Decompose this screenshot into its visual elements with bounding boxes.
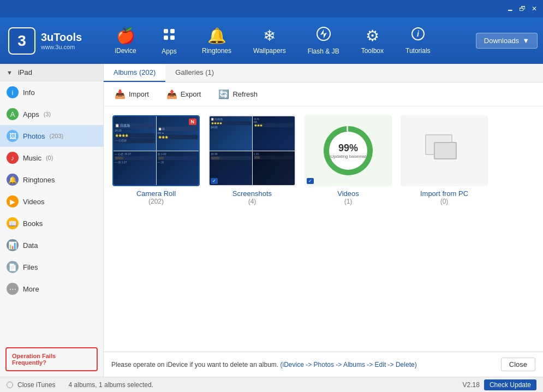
- albums-grid: 📋 日战场 14:20 ⭐⭐⭐⭐ — 心恋游 📋 日 88K ▲ ⭐⭐⭐: [104, 106, 543, 352]
- header: 3 3uTools www.3u.com 🍎 iDevice Apps 🔔 R: [0, 17, 543, 64]
- music-badge: (0): [46, 155, 53, 161]
- photos-sidebar-icon: 🖼: [7, 130, 19, 142]
- ringtones-sidebar-icon: 🔔: [7, 174, 19, 186]
- album-import-pc-name: Import from PC: [401, 189, 488, 198]
- download-arrow-icon: ▼: [522, 37, 529, 45]
- album-videos-name: Videos: [305, 189, 392, 198]
- flash-icon: [316, 26, 331, 45]
- logo-text: 3uTools www.3u.com: [41, 31, 82, 50]
- screenshots-thumb: 📋 日战场 ⭐⭐⭐⭐ 14:22 日 N 88K ⭐⭐⭐ 15:30 ⬛⬛⬛: [210, 116, 295, 185]
- brand-url: www.3u.com: [41, 44, 82, 50]
- collapse-arrow[interactable]: ▼: [7, 69, 13, 76]
- album-videos-count: (1): [305, 198, 392, 205]
- files-sidebar-icon: 📄: [7, 261, 19, 273]
- export-button[interactable]: 📤 Export: [162, 87, 206, 102]
- export-icon: 📤: [166, 89, 177, 99]
- tab-flash[interactable]: Flash & JB: [297, 17, 350, 64]
- album-camera-roll-name: Camera Roll: [112, 189, 200, 198]
- sidebar-item-videos[interactable]: ▶ Videos: [0, 191, 103, 212]
- music-sidebar-icon: ♪: [7, 152, 19, 164]
- content-area: Albums (202) Galleries (1) 📥 Import 📤 Ex…: [104, 64, 543, 377]
- music-label: Music: [23, 154, 41, 162]
- wallpapers-icon: ❄: [263, 27, 276, 45]
- refresh-button[interactable]: 🔄 Refresh: [214, 87, 262, 102]
- ringtones-label: Ringtones: [23, 176, 55, 184]
- brand-name: 3uTools: [41, 31, 82, 44]
- status-left: Close iTunes 4 albums, 1 albums selected…: [7, 381, 153, 389]
- sidebar-item-info[interactable]: i Info: [0, 81, 103, 103]
- svg-rect-2: [164, 35, 168, 40]
- main-layout: ▼ iPad i Info A Apps (3) 🖼 Photos (203) …: [0, 64, 543, 377]
- more-sidebar-icon: ⋯: [7, 283, 19, 295]
- minimize-btn[interactable]: 🗕: [506, 4, 515, 13]
- photos-badge: (203): [49, 133, 63, 139]
- tutorials-icon: i: [411, 27, 425, 45]
- device-name: iPad: [18, 68, 32, 76]
- import-button[interactable]: 📥 Import: [110, 87, 153, 102]
- info-link: (iDevice -> Photos -> Albums -> Edit -> …: [281, 361, 417, 369]
- svg-rect-0: [164, 29, 168, 33]
- logo-area: 3 3uTools www.3u.com: [0, 17, 104, 64]
- title-bar: 🗕 🗗 ✕: [0, 0, 543, 17]
- device-header: ▼ iPad: [0, 64, 103, 81]
- tab-albums[interactable]: Albums (202): [104, 64, 165, 82]
- album-import-pc-count: (0): [401, 198, 488, 205]
- tab-wallpapers[interactable]: ❄ Wallpapers: [242, 17, 297, 64]
- tab-ringtones[interactable]: 🔔 Ringtones: [191, 17, 242, 64]
- sidebar-item-ringtones[interactable]: 🔔 Ringtones: [0, 169, 103, 191]
- tab-tutorials[interactable]: i Tutorials: [395, 17, 441, 64]
- close-btn-titlebar[interactable]: ✕: [530, 4, 539, 13]
- status-right: V2.18 Check Update: [463, 379, 536, 390]
- album-screenshots-count: (4): [208, 198, 296, 205]
- photos-label: Photos: [23, 132, 45, 140]
- downloads-button[interactable]: Downloads ▼: [476, 33, 538, 49]
- apps-sidebar-icon: A: [7, 108, 19, 120]
- import-icon: 📥: [115, 89, 126, 99]
- album-screenshots[interactable]: 📋 日战场 ⭐⭐⭐⭐ 14:22 日 N 88K ⭐⭐⭐ 15:30 ⬛⬛⬛: [208, 115, 296, 343]
- tab-apps[interactable]: Apps: [147, 17, 191, 64]
- nav-tabs: 🍎 iDevice Apps 🔔 Ringtones ❄ Wallpapers: [104, 17, 470, 64]
- op-fails-button[interactable]: Operation Fails Frequently?: [5, 347, 98, 371]
- album-screenshots-name: Screenshots: [208, 189, 296, 198]
- svg-marker-5: [320, 29, 327, 38]
- more-label: More: [23, 285, 39, 293]
- data-sidebar-icon: 📊: [7, 239, 19, 251]
- tab-galleries[interactable]: Galleries (1): [165, 64, 224, 82]
- ringtones-icon: 🔔: [207, 27, 226, 45]
- toolbar: 📥 Import 📤 Export 🔄 Refresh: [104, 82, 543, 106]
- books-label: Books: [23, 219, 43, 228]
- sidebar-item-files[interactable]: 📄 Files: [0, 256, 103, 278]
- info-sidebar-icon: i: [7, 86, 19, 98]
- sidebar-item-apps[interactable]: A Apps (3): [0, 103, 103, 125]
- info-message: Please operate on iDevice if you want to…: [111, 361, 494, 369]
- sidebar-item-books[interactable]: 📖 Books: [0, 212, 103, 234]
- tab-toolbox[interactable]: ⚙ Toolbox: [350, 17, 395, 64]
- apps-badge: (3): [44, 111, 51, 117]
- toolbox-icon: ⚙: [366, 27, 379, 45]
- sidebar: ▼ iPad i Info A Apps (3) 🖼 Photos (203) …: [0, 64, 104, 377]
- album-videos[interactable]: 99% Updating basemat ✓ Videos (1): [305, 115, 392, 343]
- restore-btn[interactable]: 🗗: [518, 4, 527, 13]
- svg-rect-3: [170, 35, 175, 40]
- sidebar-item-music[interactable]: ♪ Music (0): [0, 147, 103, 169]
- albums-info: 4 albums, 1 albums selected.: [69, 381, 153, 389]
- data-label: Data: [23, 241, 38, 250]
- import-placeholder: [425, 134, 463, 167]
- close-itunes-label[interactable]: Close iTunes: [17, 381, 56, 389]
- version-label: V2.18: [463, 381, 480, 389]
- info-close-button[interactable]: Close: [501, 358, 535, 371]
- itunes-status-circle: [7, 382, 13, 388]
- sidebar-item-more[interactable]: ⋯ More: [0, 278, 103, 300]
- sidebar-item-photos[interactable]: 🖼 Photos (203): [0, 125, 103, 147]
- books-sidebar-icon: 📖: [7, 217, 19, 229]
- content-tabs: Albums (202) Galleries (1): [104, 64, 543, 82]
- svg-text:i: i: [417, 29, 420, 38]
- tab-idevice[interactable]: 🍎 iDevice: [104, 17, 147, 64]
- window-controls[interactable]: 🗕 🗗 ✕: [506, 4, 539, 13]
- album-camera-roll[interactable]: 📋 日战场 14:20 ⭐⭐⭐⭐ — 心恋游 📋 日 88K ▲ ⭐⭐⭐: [112, 115, 200, 343]
- check-update-button[interactable]: Check Update: [484, 379, 536, 390]
- apps-icon: [162, 27, 177, 45]
- info-label: Info: [23, 88, 35, 97]
- sidebar-item-data[interactable]: 📊 Data: [0, 234, 103, 256]
- album-import-pc[interactable]: Import from PC (0): [401, 115, 488, 343]
